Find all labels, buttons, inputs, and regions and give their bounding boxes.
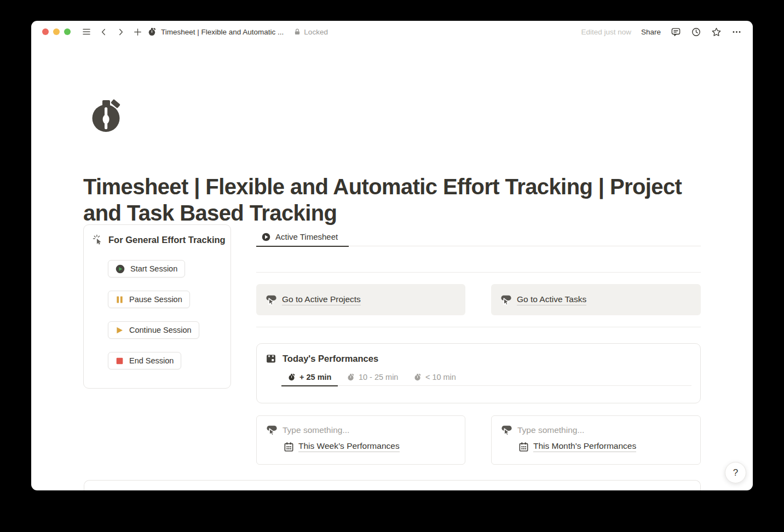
- divider: [256, 327, 701, 327]
- go-to-active-projects[interactable]: Go to Active Projects: [256, 284, 465, 315]
- page-title[interactable]: Timesheet | Flexible and Automatic Effor…: [83, 174, 683, 226]
- end-session-button[interactable]: End Session: [108, 352, 181, 369]
- this-month-card: Type something... This Month's Performan…: [491, 415, 701, 465]
- minimize-window-button[interactable]: [53, 28, 60, 35]
- session-button-label: End Session: [129, 356, 174, 365]
- tab-label: < 10 min: [425, 373, 456, 381]
- effort-tracking-card: For General Effort Tracking Start Sessio…: [83, 224, 231, 389]
- pause-session-button[interactable]: Pause Session: [108, 291, 190, 308]
- notion-window: Timesheet | Flexible and Automatic ... L…: [31, 21, 753, 490]
- duration-tabbar: + 25 min 10 - 25 min < 10 min: [281, 368, 691, 386]
- session-button-label: Start Session: [130, 264, 177, 273]
- share-button[interactable]: Share: [641, 28, 661, 36]
- forward-icon[interactable]: [116, 27, 125, 37]
- calendar-grid-icon: [284, 442, 294, 452]
- play-icon: [116, 326, 124, 334]
- play-circle-icon: [116, 264, 125, 274]
- more-options-icon[interactable]: [731, 27, 742, 37]
- hand-click-icon: [500, 424, 513, 436]
- tab-label: 10 - 25 min: [359, 373, 399, 381]
- tab-label: + 25 min: [299, 373, 331, 381]
- start-session-button[interactable]: Start Session: [108, 260, 185, 277]
- click-cursor-icon: [93, 234, 103, 245]
- divider: [256, 272, 701, 273]
- pause-icon: [116, 296, 124, 304]
- lock-icon: [293, 28, 301, 36]
- locked-label: Locked: [304, 28, 328, 36]
- help-button[interactable]: ?: [725, 462, 746, 483]
- this-month-performances-link[interactable]: This Month's Performances: [533, 441, 636, 452]
- next-section-card: [84, 480, 701, 490]
- todays-performances-card: Today's Performances + 25 min 10 - 25 mi…: [256, 343, 701, 403]
- close-window-button[interactable]: [42, 28, 49, 35]
- stopwatch-icon: [347, 373, 355, 381]
- session-button-label: Pause Session: [129, 295, 182, 304]
- stop-icon: [116, 357, 124, 365]
- page-stopwatch-icon[interactable]: [89, 97, 124, 132]
- tab-plus-25-min[interactable]: + 25 min: [281, 368, 338, 386]
- go-to-active-tasks[interactable]: Go to Active Tasks: [491, 284, 701, 315]
- stopwatch-icon: [288, 373, 296, 381]
- hand-click-icon: [266, 424, 278, 436]
- locked-indicator[interactable]: Locked: [293, 28, 328, 36]
- help-label: ?: [733, 467, 738, 478]
- new-tab-icon[interactable]: [133, 27, 142, 37]
- favorite-star-icon[interactable]: [711, 27, 722, 37]
- tab-under-10-min[interactable]: < 10 min: [407, 368, 463, 386]
- this-week-card: Type something... This Week’s Performanc…: [256, 415, 465, 465]
- calendar-icon: [266, 353, 276, 364]
- sidebar-menu-icon[interactable]: [82, 27, 91, 37]
- continue-session-button[interactable]: Continue Session: [108, 321, 199, 339]
- stopwatch-icon: [148, 27, 157, 36]
- hand-click-icon: [265, 293, 278, 306]
- todays-performances-title: Today's Performances: [283, 354, 378, 364]
- back-icon[interactable]: [99, 27, 108, 37]
- comments-icon[interactable]: [671, 27, 681, 37]
- play-circle-icon: [262, 233, 270, 241]
- stopwatch-icon: [414, 373, 422, 381]
- edited-timestamp: Edited just now: [581, 28, 631, 36]
- page-tab[interactable]: Timesheet | Flexible and Automatic ...: [148, 27, 284, 36]
- tab-title: Timesheet | Flexible and Automatic ...: [161, 28, 284, 36]
- tab-10-25-min[interactable]: 10 - 25 min: [341, 368, 405, 386]
- hand-click-icon: [500, 293, 512, 306]
- shortcut-link[interactable]: Go to Active Tasks: [517, 294, 586, 305]
- tab-label: Active Timesheet: [275, 232, 338, 241]
- window-controls: [42, 28, 71, 35]
- shortcut-link[interactable]: Go to Active Projects: [282, 294, 361, 305]
- timesheet-tabbar: Active Timesheet: [256, 227, 701, 246]
- titlebar: Timesheet | Flexible and Automatic ... L…: [31, 21, 753, 43]
- session-button-label: Continue Session: [129, 326, 192, 334]
- zoom-window-button[interactable]: [64, 28, 71, 35]
- type-something-placeholder[interactable]: Type something...: [517, 425, 584, 435]
- effort-card-title: For General Effort Tracking: [108, 235, 226, 245]
- calendar-grid-icon: [518, 442, 529, 452]
- this-week-performances-link[interactable]: This Week’s Performances: [298, 441, 400, 452]
- history-icon[interactable]: [691, 27, 701, 37]
- type-something-placeholder[interactable]: Type something...: [283, 425, 349, 435]
- tab-active-timesheet[interactable]: Active Timesheet: [256, 227, 349, 246]
